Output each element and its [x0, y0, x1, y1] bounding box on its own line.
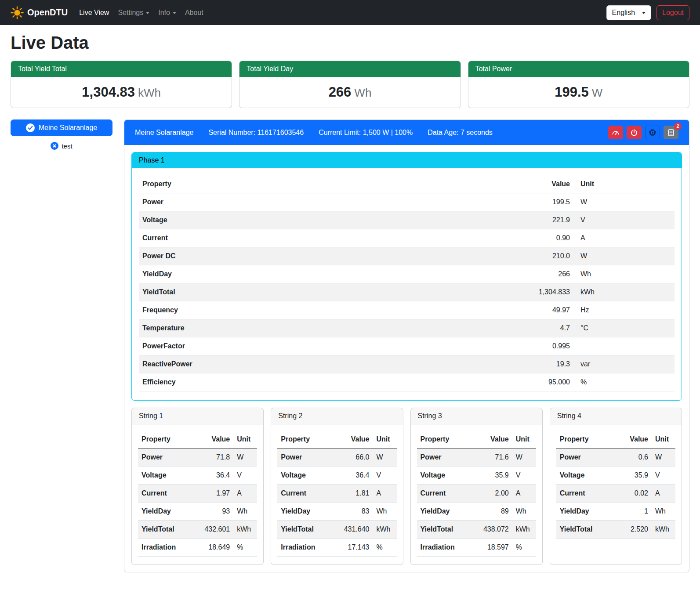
speedometer-icon	[612, 129, 620, 137]
nav-item-live-view[interactable]: Live View	[75, 5, 113, 20]
table-row: Temperature 4.7 °C	[139, 319, 675, 337]
column-header-property: Property	[139, 175, 399, 193]
inverter-panel-body: Phase 1 Property Value Unit	[124, 145, 689, 572]
nav-links: Live View Settings Info About	[75, 5, 208, 20]
language-selected-value: English	[612, 9, 635, 17]
column-header-value: Value	[192, 431, 233, 449]
string-card-3: String 3 Property Value Unit	[410, 408, 543, 565]
value-cell: 431.640	[331, 521, 373, 539]
summary-card-value: 266	[329, 84, 352, 100]
unit-cell: var	[573, 355, 675, 373]
caret-down-icon	[642, 12, 646, 14]
page-title: Live Data	[11, 33, 689, 53]
property-cell: Power	[138, 449, 192, 467]
unit-cell: Wh	[573, 265, 675, 283]
limit-settings-button[interactable]	[608, 126, 623, 139]
nav-item-settings[interactable]: Settings	[113, 5, 154, 20]
top-navbar: OpenDTU Live View Settings Info About En…	[0, 0, 700, 25]
unit-cell: °C	[573, 319, 675, 337]
property-cell: PowerFactor	[139, 337, 399, 355]
property-cell: Efficiency	[139, 373, 399, 391]
table-row: YieldTotal 431.640 kWh	[277, 521, 396, 539]
x-circle-icon	[51, 142, 58, 150]
property-cell: Frequency	[139, 301, 399, 319]
unit-cell: A	[373, 485, 397, 503]
value-cell: 1	[614, 503, 652, 521]
property-cell: Temperature	[139, 319, 399, 337]
property-cell: Irradiation	[277, 539, 331, 557]
value-cell: 35.9	[614, 467, 652, 485]
string-card-body: Property Value Unit Power	[271, 424, 403, 564]
property-cell: Current	[277, 485, 331, 503]
inverter-actions: 2	[608, 126, 678, 139]
string-card-title: String 4	[550, 408, 682, 424]
brand[interactable]: OpenDTU	[11, 6, 68, 19]
logout-button[interactable]: Logout	[656, 5, 689, 20]
unit-cell: W	[233, 449, 257, 467]
language-select[interactable]: English	[606, 5, 651, 20]
unit-cell: W	[573, 247, 675, 265]
phase-table-body: Power 199.5 W Voltage 221.9 V	[139, 193, 675, 391]
power-control-button[interactable]	[627, 126, 642, 139]
property-cell: Power	[277, 449, 331, 467]
table-row: YieldTotal 1,304.833 kWh	[139, 283, 675, 301]
unit-cell	[573, 337, 675, 355]
unit-cell: A	[233, 485, 257, 503]
string-card-body: Property Value Unit Power	[550, 424, 682, 546]
property-cell: YieldDay	[139, 265, 399, 283]
string-table: Property Value Unit Power	[277, 431, 396, 557]
summary-card-value: 199.5	[555, 84, 589, 100]
strings-row: String 1 Property Value Unit	[131, 408, 682, 565]
nav-item-info[interactable]: Info	[154, 5, 181, 20]
property-cell: Power	[556, 449, 615, 467]
value-cell: 2.00	[470, 485, 512, 503]
property-cell: YieldTotal	[138, 521, 192, 539]
inverter-select-meine-solaranlage[interactable]: Meine Solaranlage	[11, 119, 112, 136]
unit-cell: Wh	[373, 503, 397, 521]
property-cell: YieldTotal	[277, 521, 331, 539]
value-cell: 19.3	[399, 355, 573, 373]
value-cell: 199.5	[399, 193, 573, 211]
string-table-body: Power 0.6 W Voltage 35.9 V	[556, 449, 675, 539]
inverter-current-limit: Current Limit: 1,500 W | 100%	[319, 129, 413, 137]
navbar-right-group: English Logout	[606, 5, 689, 20]
table-row: Current 1.81 A	[277, 485, 396, 503]
unit-cell: Wh	[652, 503, 675, 521]
table-row: Power 199.5 W	[139, 193, 675, 211]
nav-item-about[interactable]: About	[181, 5, 208, 20]
table-row: YieldTotal 2.520 kWh	[556, 521, 675, 539]
column-header-unit: Unit	[512, 431, 536, 449]
string-card-1: String 1 Property Value Unit	[131, 408, 264, 565]
unit-cell: kWh	[573, 283, 675, 301]
table-row: YieldDay 1 Wh	[556, 503, 675, 521]
property-cell: YieldTotal	[417, 521, 471, 539]
caret-down-icon	[173, 12, 176, 14]
property-cell: Current	[417, 485, 471, 503]
summary-cards: Total Yield Total 1,304.83kWh Total Yiel…	[11, 61, 689, 108]
journal-icon	[667, 129, 675, 137]
column-header-property: Property	[277, 431, 331, 449]
table-row: Power DC 210.0 W	[139, 247, 675, 265]
unit-cell: V	[512, 467, 536, 485]
unit-cell: W	[652, 449, 675, 467]
inverter-select-test[interactable]: test	[48, 141, 75, 150]
summary-card-body: 199.5W	[468, 77, 689, 108]
table-header-row: Property Value Unit	[138, 431, 257, 449]
event-log-button[interactable]: 2	[664, 126, 678, 139]
unit-cell: kWh	[512, 521, 536, 539]
column-header-unit: Unit	[373, 431, 397, 449]
summary-card-unit: kWh	[138, 86, 161, 99]
summary-card-value: 1,304.83	[82, 84, 135, 100]
value-cell: 36.4	[192, 467, 233, 485]
value-cell: 71.8	[192, 449, 233, 467]
value-cell: 66.0	[331, 449, 373, 467]
device-settings-button[interactable]	[645, 126, 660, 139]
table-row: Voltage 36.4 V	[138, 467, 257, 485]
inverter-select-label: test	[62, 142, 72, 150]
table-header-row: Property Value Unit	[277, 431, 396, 449]
nav-item-info-label: Info	[158, 9, 170, 17]
value-cell: 0.02	[614, 485, 652, 503]
summary-card: Total Yield Total 1,304.83kWh	[11, 61, 232, 108]
table-row: YieldTotal 438.072 kWh	[417, 521, 536, 539]
phase-card-title: Phase 1	[132, 152, 682, 168]
